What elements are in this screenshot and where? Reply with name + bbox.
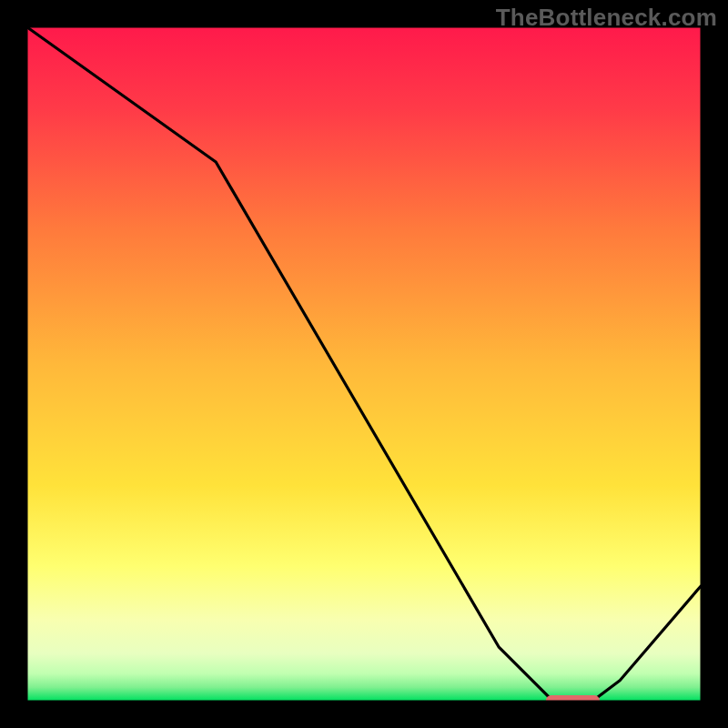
- chart-frame: TheBottleneck.com: [0, 0, 728, 728]
- heatmap-background: [27, 27, 701, 701]
- chart-svg: [0, 0, 728, 728]
- watermark-label: TheBottleneck.com: [496, 4, 717, 32]
